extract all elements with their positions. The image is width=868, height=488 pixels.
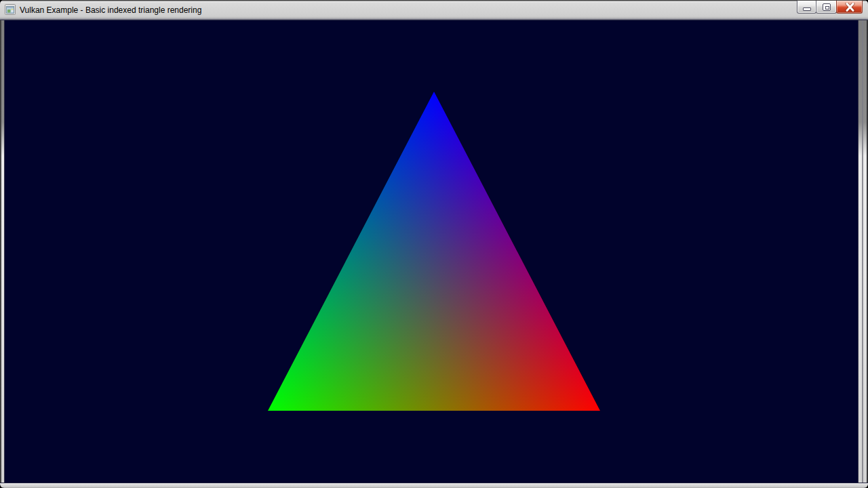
triangle-svg	[5, 20, 858, 483]
application-icon[interactable]	[5, 4, 16, 15]
app-window: Vulkan Example - Basic indexed triangle …	[0, 0, 868, 488]
maximize-icon	[823, 3, 831, 11]
render-viewport[interactable]	[5, 20, 858, 483]
minimize-icon	[803, 7, 811, 11]
resize-edge-right[interactable]	[858, 20, 868, 483]
titlebar[interactable]: Vulkan Example - Basic indexed triangle …	[0, 0, 868, 20]
close-button[interactable]	[836, 1, 863, 14]
maximize-button[interactable]	[816, 1, 837, 14]
resize-edge-left[interactable]	[0, 20, 5, 483]
window-title: Vulkan Example - Basic indexed triangle …	[20, 1, 201, 19]
minimize-button[interactable]	[797, 1, 816, 14]
caption-buttons	[797, 1, 863, 14]
close-icon	[845, 3, 855, 12]
resize-edge-bottom[interactable]	[0, 483, 868, 488]
